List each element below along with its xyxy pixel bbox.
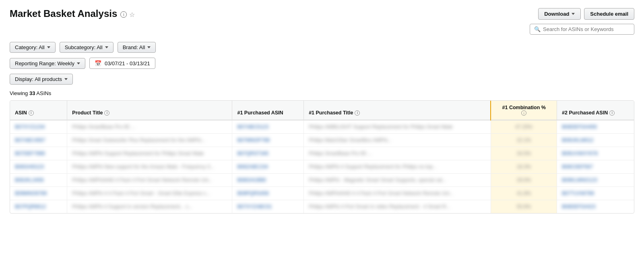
table-cell[interactable]: B08JKL3456 [10,174,67,187]
table-cell[interactable]: B09IJKLM012 [557,134,634,147]
th-p1-combo: #1 Combination % i [491,101,557,120]
table-body: B07XYZ1234Philips SmartBase Pro 65 ...B0… [10,120,634,213]
table-cell[interactable]: B08GHIJ890 [232,174,304,187]
viewing-unit: ASINs [36,90,51,96]
table-cell: Philips MatchStar SmartBox AMPhi... [304,134,491,147]
table-cell: Philips Smart Subwoofer Plus Replacement… [67,134,232,147]
reporting-range-filter[interactable]: Reporting Range: Weekly [10,58,85,69]
table-row: B07ABC4567Philips Smart Subwoofer Plus R… [10,134,634,147]
th-asin-info-icon[interactable]: i [29,110,34,116]
table-row: B06GHI0123Philips AMPhi New support for … [10,160,634,174]
table-cell[interactable]: B07XYZ1234 [10,120,67,134]
table-cell[interactable]: B07PQR9012 [10,200,67,214]
date-range-value: 03/07/21 - 03/13/21 [105,60,150,66]
star-icon[interactable]: ☆ [129,11,135,19]
th-asin: ASIN i [10,101,67,120]
table-cell[interactable]: B07ABC4567 [10,134,67,147]
table-cell[interactable]: B09PQRS456 [232,187,304,200]
search-icon: 🔍 [534,26,541,32]
display-filter[interactable]: Display: All products [10,74,73,85]
category-chevron-icon [47,46,50,48]
display-label: Display: All products [15,76,62,82]
th-product-title: Product Title i [67,101,232,120]
table-cell: Philips AMPhi 4 Support in version Repla… [67,200,232,214]
display-chevron-icon [64,78,68,80]
table-cell: 47.25% [491,120,557,134]
table-cell: 41.8% [491,187,557,200]
table-cell: 29.0% [491,174,557,187]
th-p2-asin-label: #2 Purchased ASIN [562,110,608,116]
reporting-range-label: Reporting Range: Weekly [15,60,74,66]
table-cell: Philips AMPhi4440 4 4 Pack 4 Port Smart … [304,187,491,200]
page-title-area: Market Basket Analysis i ☆ [10,8,135,19]
table-cell[interactable]: B06ZABC234 [232,160,304,174]
category-label: Category: All [15,44,45,50]
table-cell: Philips AMPhi 4 Support Replacement for … [304,160,491,174]
th-p1-asin-label: #1 Purchased ASIN [237,110,283,116]
table-cell[interactable]: B09MNO6789 [10,187,67,200]
search-input[interactable] [543,26,630,32]
table-cell[interactable]: B07QRST345 [232,147,304,160]
data-table: ASIN i Product Title i #1 Purchased ASIN [10,100,634,214]
th-product-title-label: Product Title [72,110,103,116]
th-p1-asin: #1 Purchased ASIN [232,101,304,120]
date-range-picker[interactable]: 📅 03/07/21 - 03/13/21 [89,58,155,69]
th-asin-label: ASIN [15,110,27,116]
table-cell[interactable]: B07ABCD123 [232,120,304,134]
table-cell[interactable]: B08DEFGH456 [557,120,634,134]
header-buttons: Download Schedule email [538,8,634,20]
table-cell: Philips AMPhi Support Replacement for Ph… [67,147,232,160]
info-icon[interactable]: i [120,11,127,18]
display-row: Display: All products [10,74,634,85]
page-header: Market Basket Analysis i ☆ Download Sche… [10,8,634,35]
subcategory-label: Subcategory: All [65,44,103,50]
table-cell[interactable]: B07TUVW789 [557,187,634,200]
viewing-number: 33 [29,90,35,96]
table-cell[interactable]: B07XYZABC01 [232,200,304,214]
th-p1-combo-label: #1 Combination % [502,105,546,110]
table-cell[interactable]: B07DEF7890 [10,147,67,160]
download-label: Download [544,11,569,17]
schedule-email-label: Schedule email [590,11,628,17]
subcategory-chevron-icon [105,46,108,48]
th-p1-title-label: #1 Purchased Title [309,110,353,116]
page-title: Market Basket Analysis [10,8,117,19]
table-cell: 18.3% [491,160,557,174]
table-cell[interactable]: B09KLMNO123 [557,174,634,187]
calendar-icon: 📅 [95,60,101,66]
table-row: B09MNO6789Philips AMPhi 4 4 Pack 4 Port … [10,187,634,200]
download-chevron-icon [572,13,575,15]
table-cell: Philips AMPhi - Magnetic Smart Smart Sup… [304,174,491,187]
table-cell: Philips SmartBase Pro 65 ... [304,147,491,160]
table-cell[interactable]: B08CDEF567 [557,160,634,174]
table-cell: 22.1% [491,134,557,147]
download-button[interactable]: Download [538,8,581,20]
subcategory-filter[interactable]: Subcategory: All [60,42,114,53]
filter-row-2: Reporting Range: Weekly 📅 03/07/21 - 03/… [10,58,634,69]
category-filter[interactable]: Category: All [10,42,56,53]
th-p1-combo-info-icon[interactable]: i [521,110,526,116]
viewing-count-text: Viewing 33 ASINs [10,90,634,96]
table-cell: Philips SmartBase Pro 65 ... [67,120,232,134]
th-p2-asin-info-icon[interactable]: i [609,110,615,116]
filter-row-1: Category: All Subcategory: All Brand: Al… [10,42,634,53]
schedule-email-button[interactable]: Schedule email [584,8,634,20]
table-cell[interactable]: B09UVWXY678 [557,147,634,160]
reporting-chevron-icon [77,62,80,64]
th-p2-asin: #2 Purchased ASIN i [557,101,634,120]
table-row: B07XYZ1234Philips SmartBase Pro 65 ...B0… [10,120,634,134]
table-cell: Philips AMBILIGHT Support Replacement fo… [304,120,491,134]
table-cell: 34.5% [491,147,557,160]
th-p1-title-info-icon[interactable]: i [355,110,360,116]
table-cell: Philips AMPhi 4 Port Smart in video Repl… [304,200,491,214]
table-cell[interactable]: B07MNOP789 [232,134,304,147]
th-product-title-info-icon[interactable]: i [104,110,109,116]
table-cell[interactable]: B06GHI0123 [10,160,67,174]
table-cell[interactable]: B08DEFGHI23 [557,200,634,214]
search-box: 🔍 [530,24,634,35]
viewing-prefix: Viewing [10,90,28,96]
brand-filter[interactable]: Brand: All [118,42,156,53]
table-cell: Philips AMPhi4440 4 Pack 4 Port Smart Ne… [67,174,232,187]
table-cell: Philips AMPhi New support for the Amaze … [67,160,232,174]
th-p1-title: #1 Purchased Title i [304,101,491,120]
